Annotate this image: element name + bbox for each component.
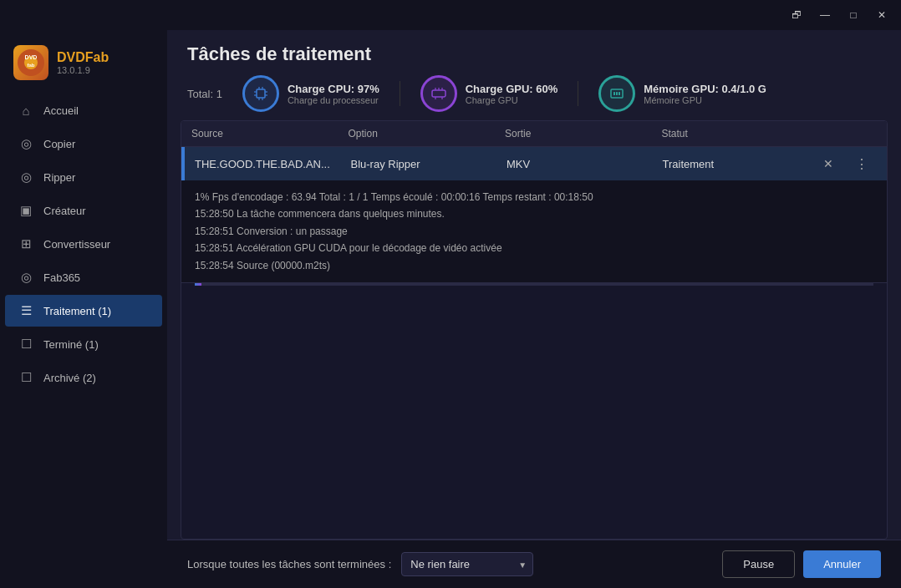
log-progress: 1% Fps d'encodage : 63.94 Total : 1 / 1 … — [195, 189, 873, 205]
archive-icon: ☐ — [18, 370, 33, 385]
total-label: Total: 1 — [187, 88, 222, 100]
svg-rect-22 — [618, 92, 620, 95]
gpu-stat-name: Charge GPU: 60% — [466, 83, 558, 95]
restore-button[interactable]: 🗗 — [784, 5, 809, 25]
gpu-stat-label: Charge GPU — [466, 95, 558, 105]
page-title: Tâches de traitement — [187, 43, 881, 65]
table-row: THE.GOOD.THE.BAD.AN... Blu-ray Ripper MK… — [181, 147, 887, 180]
cpu-stat-label: Charge du processeur — [288, 95, 379, 105]
convert-icon: ⊞ — [18, 236, 33, 251]
footer-right: Pause Annuler — [722, 550, 881, 578]
close-button[interactable]: ✕ — [869, 5, 894, 25]
row-more-button[interactable]: ⋮ — [852, 154, 872, 174]
stat-separator-1 — [400, 81, 400, 106]
content-area: Tâches de traitement Total: 1 — [167, 30, 901, 588]
col-source: Source — [191, 128, 349, 139]
cpu-stat-name: Charge CPU: 97% — [288, 83, 379, 95]
mem-stat-name: Mémoire GPU: 0.4/1.0 G — [644, 83, 766, 95]
progress-bar — [195, 283, 873, 286]
row-sortie: MKV — [506, 158, 663, 170]
table-header: Source Option Sortie Statut — [181, 121, 887, 147]
done-icon: ☐ — [18, 337, 33, 352]
sidebar-item-copier[interactable]: ◎ Copier — [5, 128, 162, 160]
cancel-button[interactable]: Annuler — [803, 550, 881, 578]
log-line-2: 15:28:51 Accélération GPU CUDA pour le d… — [195, 240, 873, 256]
row-close-button[interactable]: ✕ — [818, 154, 838, 174]
gpu-stat-card: Charge GPU: 60% Charge GPU — [420, 75, 558, 112]
sidebar: DVD fab DVDFab 13.0.1.9 ⌂ Accueil ◎ Copi… — [0, 30, 167, 588]
svg-rect-13 — [432, 90, 445, 97]
sidebar-item-label: Convertisseur — [43, 238, 110, 251]
sidebar-item-termine[interactable]: ☐ Terminé (1) — [5, 328, 162, 360]
logo-area: DVD fab DVDFab 13.0.1.9 — [0, 38, 167, 94]
mem-stat-label: Mémoire GPU — [644, 95, 766, 105]
col-more — [852, 128, 877, 139]
row-statut: Traitement — [663, 158, 819, 170]
footer: Lorsque toutes les tâches sont terminées… — [167, 540, 901, 588]
sidebar-item-convertisseur[interactable]: ⊞ Convertisseur — [5, 228, 162, 260]
progress-bar-fill — [195, 283, 201, 286]
col-sortie: Sortie — [505, 128, 662, 139]
gpu-icon-ring — [420, 75, 457, 112]
content-header: Tâches de traitement Total: 1 — [167, 30, 901, 120]
footer-left: Lorsque toutes les tâches sont terminées… — [187, 552, 533, 576]
col-statut: Statut — [662, 128, 819, 139]
cpu-stat-card: Charge CPU: 97% Charge du processeur — [242, 75, 379, 112]
stat-separator-2 — [578, 81, 578, 106]
sidebar-item-label: Archivé (2) — [43, 372, 96, 384]
copy-icon: ◎ — [18, 136, 33, 151]
mem-stat-info: Mémoire GPU: 0.4/1.0 G Mémoire GPU — [644, 83, 766, 105]
log-area: 1% Fps d'encodage : 63.94 Total : 1 / 1 … — [181, 180, 887, 282]
sidebar-item-ripper[interactable]: ◎ Ripper — [5, 161, 162, 193]
home-icon: ⌂ — [18, 103, 33, 118]
svg-rect-4 — [257, 89, 265, 98]
sidebar-item-label: Créateur — [43, 205, 86, 217]
svg-text:fab: fab — [28, 63, 35, 68]
cpu-icon-ring — [242, 75, 279, 112]
completion-select[interactable]: Ne rien faire Arrêter Hiberner Fermer l'… — [401, 552, 533, 576]
main-layout: DVD fab DVDFab 13.0.1.9 ⌂ Accueil ◎ Copi… — [0, 30, 901, 588]
minimize-button[interactable]: — — [812, 5, 837, 25]
sidebar-item-fab365[interactable]: ◎ Fab365 — [5, 261, 162, 293]
sidebar-item-accueil[interactable]: ⌂ Accueil — [5, 94, 162, 126]
fab365-icon: ◎ — [18, 270, 33, 285]
svg-rect-20 — [613, 92, 615, 95]
footer-label: Lorsque toutes les tâches sont terminées… — [187, 558, 391, 570]
log-line-0: 15:28:50 La tâche commencera dans quelqu… — [195, 205, 873, 222]
app-logo: DVD fab — [13, 45, 48, 80]
sidebar-item-archive[interactable]: ☐ Archivé (2) — [5, 362, 162, 393]
mem-stat-card: Mémoire GPU: 0.4/1.0 G Mémoire GPU — [598, 75, 766, 112]
sidebar-item-label: Accueil — [43, 104, 79, 117]
rip-icon: ◎ — [18, 170, 33, 185]
sidebar-item-createur[interactable]: ▣ Créateur — [5, 195, 162, 226]
log-line-3: 15:28:54 Source (00000.m2ts) — [195, 257, 873, 274]
app-version: 13.0.1.9 — [57, 65, 109, 75]
logo-text: DVDFab 13.0.1.9 — [57, 50, 109, 75]
svg-rect-21 — [616, 92, 618, 95]
stats-row: Total: 1 — [187, 75, 881, 112]
mem-icon-ring — [598, 75, 635, 112]
log-line-1: 15:28:51 Conversion : un passage — [195, 223, 873, 240]
cpu-stat-info: Charge CPU: 97% Charge du processeur — [288, 83, 379, 105]
row-option: Blu-ray Ripper — [351, 158, 507, 170]
table-row-container: THE.GOOD.THE.BAD.AN... Blu-ray Ripper MK… — [181, 147, 887, 283]
maximize-button[interactable]: □ — [841, 5, 866, 25]
sidebar-item-label: Fab365 — [43, 271, 80, 284]
task-table: Source Option Sortie Statut THE.GOOD.THE… — [181, 120, 888, 540]
completion-select-wrapper: Ne rien faire Arrêter Hiberner Fermer l'… — [401, 552, 533, 576]
titlebar: 🗗 — □ ✕ — [0, 0, 901, 30]
sidebar-item-traitement[interactable]: ☰ Traitement (1) — [5, 295, 162, 327]
pause-button[interactable]: Pause — [722, 550, 795, 578]
create-icon: ▣ — [18, 203, 33, 218]
sidebar-item-label: Traitement (1) — [43, 305, 111, 317]
gpu-stat-info: Charge GPU: 60% Charge GPU — [466, 83, 558, 105]
svg-text:DVD: DVD — [25, 54, 38, 60]
sidebar-item-label: Terminé (1) — [43, 338, 99, 351]
sidebar-item-label: Copier — [43, 138, 75, 150]
sidebar-item-label: Ripper — [43, 171, 75, 184]
task-icon: ☰ — [18, 303, 33, 318]
col-actions — [818, 128, 852, 139]
row-source: THE.GOOD.THE.BAD.AN... — [195, 158, 351, 170]
app-name: DVDFab — [57, 50, 109, 65]
titlebar-controls: 🗗 — □ ✕ — [784, 5, 894, 25]
